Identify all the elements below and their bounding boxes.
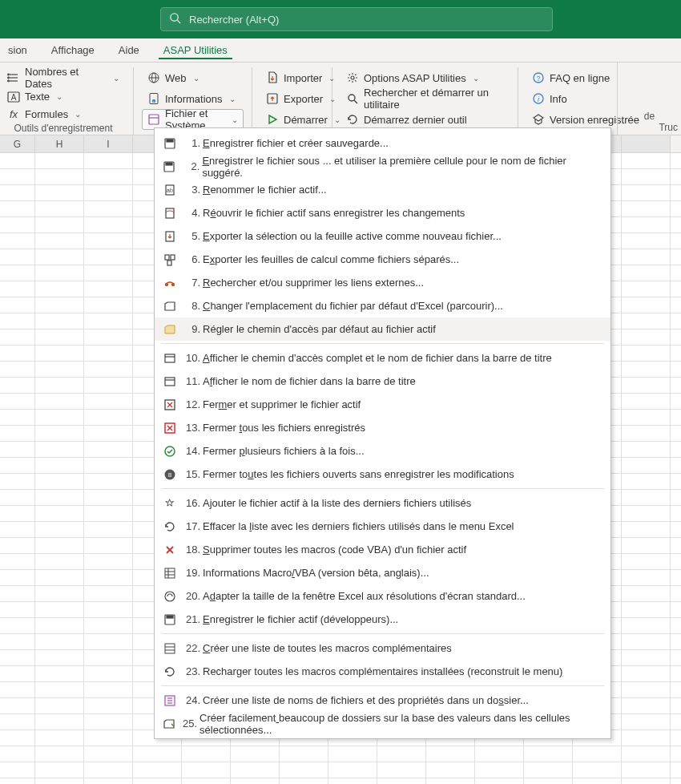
grid-cell[interactable] (0, 329, 35, 345)
ribbon-exporter[interactable]: Exporter⌄ (260, 88, 324, 109)
grid-cell[interactable] (0, 442, 35, 457)
dropdown-item-6[interactable]: 6.Exporter les feuilles de calcul comme … (155, 248, 610, 271)
dropdown-item-5[interactable]: 5.Exporter la sélection ou la feuille ac… (155, 224, 610, 248)
grid-cell[interactable] (0, 394, 35, 409)
dropdown-item-19[interactable]: 19.Informations Macro/VBA (version bêta,… (155, 561, 610, 584)
grid-cell[interactable] (622, 682, 671, 697)
grid-cell[interactable] (231, 778, 280, 784)
grid-cell[interactable] (0, 474, 35, 489)
grid-cell[interactable] (35, 698, 84, 713)
grid-cell[interactable] (377, 762, 426, 778)
grid-cell[interactable] (622, 201, 671, 216)
grid-cell[interactable] (622, 394, 671, 409)
grid-cell[interactable] (0, 169, 35, 184)
dropdown-item-1[interactable]: 1.Enregistrer fichier et créer sauvegard… (155, 131, 610, 155)
grid-cell[interactable] (35, 265, 84, 281)
grid-cell[interactable] (84, 426, 133, 441)
grid-cell[interactable] (35, 442, 84, 457)
menu-sion[interactable]: sion (3, 41, 32, 59)
grid-cell[interactable] (622, 602, 671, 617)
grid-cell[interactable] (622, 249, 671, 265)
grid-cell[interactable] (0, 506, 35, 521)
grid-cell[interactable] (35, 554, 84, 569)
grid-cell[interactable] (84, 762, 133, 778)
grid-cell[interactable] (622, 442, 671, 457)
col-header[interactable]: H (35, 135, 84, 152)
grid-cell[interactable] (35, 474, 84, 489)
grid-cell[interactable] (35, 201, 84, 216)
grid-cell[interactable] (35, 634, 84, 649)
grid-cell[interactable] (622, 233, 671, 249)
grid-cell[interactable] (84, 233, 133, 249)
grid-row[interactable] (0, 778, 681, 784)
grid-cell[interactable] (35, 458, 84, 473)
grid-cell[interactable] (0, 410, 35, 425)
grid-cell[interactable] (84, 746, 133, 762)
grid-cell[interactable] (35, 666, 84, 681)
grid-cell[interactable] (475, 746, 524, 762)
grid-cell[interactable] (35, 297, 84, 313)
dropdown-item-13[interactable]: 13.Fermer tous les fichiers enregistrés (155, 416, 610, 439)
grid-cell[interactable] (84, 618, 133, 633)
grid-cell[interactable] (622, 410, 671, 425)
grid-cell[interactable] (35, 410, 84, 425)
grid-cell[interactable] (182, 778, 231, 784)
grid-cell[interactable] (622, 474, 671, 489)
grid-cell[interactable] (84, 714, 133, 729)
grid-cell[interactable] (0, 602, 35, 617)
grid-cell[interactable] (84, 281, 133, 297)
grid-cell[interactable] (35, 217, 84, 232)
ribbon-informations[interactable]: i Informations⌄ (142, 88, 244, 109)
grid-cell[interactable] (84, 265, 133, 281)
grid-cell[interactable] (622, 458, 671, 473)
grid-cell[interactable] (0, 570, 35, 585)
grid-cell[interactable] (35, 730, 84, 746)
grid-cell[interactable] (0, 313, 35, 329)
grid-cell[interactable] (622, 313, 671, 329)
grid-cell[interactable] (84, 153, 133, 168)
grid-cell[interactable] (622, 426, 671, 441)
grid-cell[interactable] (0, 490, 35, 505)
dropdown-item-4[interactable]: 4.Réouvrir le fichier actif sans enregis… (155, 201, 610, 224)
ribbon-nombres-dates[interactable]: Nombres et Dates⌄ (2, 67, 125, 88)
grid-cell[interactable] (622, 297, 671, 313)
grid-cell[interactable] (35, 762, 84, 778)
dropdown-item-22[interactable]: 22.Créer une liste de toutes les macros … (155, 636, 610, 660)
grid-cell[interactable] (0, 426, 35, 441)
grid-cell[interactable] (84, 666, 133, 681)
grid-cell[interactable] (84, 346, 133, 361)
grid-cell[interactable] (622, 522, 671, 537)
grid-cell[interactable] (35, 714, 84, 729)
grid-cell[interactable] (622, 329, 671, 345)
grid-cell[interactable] (622, 185, 671, 200)
grid-cell[interactable] (622, 265, 671, 281)
dropdown-item-2[interactable]: 2.Enregistrer le fichier sous ... et uti… (155, 155, 610, 178)
col-header[interactable] (622, 135, 671, 152)
grid-cell[interactable] (84, 522, 133, 537)
menu-affichage[interactable]: Affichage (46, 41, 99, 59)
grid-cell[interactable] (231, 746, 280, 762)
grid-cell[interactable] (182, 746, 231, 762)
dropdown-item-11[interactable]: 11.Afficher le nom de fichier dans la ba… (155, 370, 610, 393)
grid-cell[interactable] (0, 522, 35, 537)
grid-cell[interactable] (35, 362, 84, 377)
grid-cell[interactable] (0, 746, 35, 762)
dropdown-item-20[interactable]: 20.Adapter la taille de la fenêtre Excel… (155, 584, 610, 608)
grid-cell[interactable] (524, 778, 573, 784)
grid-cell[interactable] (280, 746, 328, 762)
grid-cell[interactable] (622, 666, 671, 681)
grid-cell[interactable] (0, 233, 35, 249)
grid-cell[interactable] (622, 346, 671, 361)
grid-cell[interactable] (84, 682, 133, 697)
grid-cell[interactable] (573, 746, 622, 762)
dropdown-item-25[interactable]: 25.Créer facilement beaucoup de dossiers… (155, 712, 610, 735)
grid-cell[interactable] (622, 618, 671, 633)
grid-cell[interactable] (84, 217, 133, 232)
grid-cell[interactable] (0, 682, 35, 697)
grid-cell[interactable] (0, 618, 35, 633)
grid-cell[interactable] (622, 378, 671, 393)
grid-cell[interactable] (426, 778, 475, 784)
grid-cell[interactable] (35, 329, 84, 345)
grid-cell[interactable] (35, 346, 84, 361)
grid-cell[interactable] (524, 762, 573, 778)
